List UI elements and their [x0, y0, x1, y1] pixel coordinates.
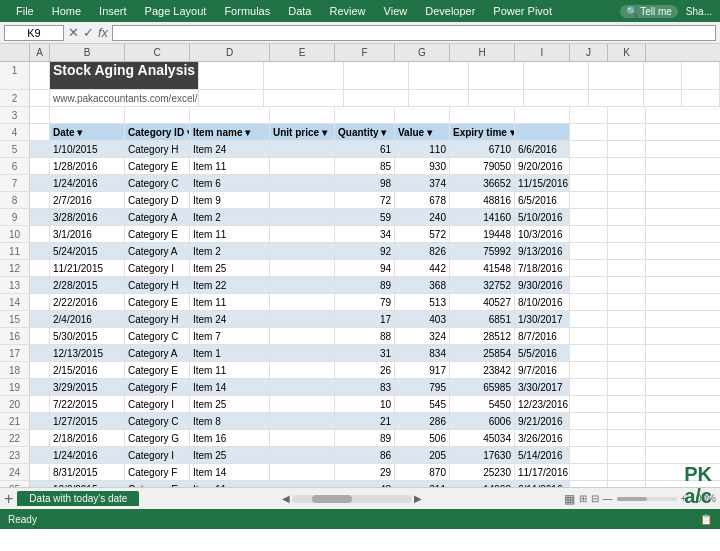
menu-page-layout[interactable]: Page Layout	[137, 3, 215, 19]
cell[interactable]	[589, 90, 644, 106]
cell[interactable]: 513	[395, 294, 450, 310]
cell[interactable]: 5/5/2016	[515, 345, 570, 361]
cell[interactable]: 83	[335, 379, 395, 395]
cell[interactable]: 23842	[450, 362, 515, 378]
cell[interactable]: 506	[395, 430, 450, 446]
cell[interactable]: Item 2	[190, 209, 270, 225]
cell[interactable]	[570, 413, 608, 429]
cell[interactable]: 9/30/2016	[515, 277, 570, 293]
cell[interactable]	[570, 124, 608, 140]
cell[interactable]: 834	[395, 345, 450, 361]
cell[interactable]	[608, 141, 646, 157]
cell[interactable]	[30, 62, 50, 89]
cell[interactable]	[199, 62, 264, 89]
cell[interactable]: 1/30/2017	[515, 311, 570, 327]
cell[interactable]	[30, 379, 50, 395]
cell[interactable]: 240	[395, 209, 450, 225]
cell[interactable]	[682, 90, 720, 106]
cell[interactable]	[608, 209, 646, 225]
cell[interactable]: 826	[395, 243, 450, 259]
menu-insert[interactable]: Insert	[91, 3, 135, 19]
cell[interactable]: 21	[335, 413, 395, 429]
cell[interactable]: 1/10/2015	[50, 141, 125, 157]
cell[interactable]: 14928	[450, 481, 515, 487]
cell[interactable]: 65985	[450, 379, 515, 395]
cell[interactable]	[608, 396, 646, 412]
cell[interactable]	[30, 413, 50, 429]
cell[interactable]	[515, 107, 570, 123]
cell[interactable]	[570, 294, 608, 310]
cell[interactable]: Item 25	[190, 260, 270, 276]
cell[interactable]: Item 11	[190, 294, 270, 310]
cell[interactable]	[30, 328, 50, 344]
cell[interactable]	[450, 107, 515, 123]
cell[interactable]: 545	[395, 396, 450, 412]
cell[interactable]: 5450	[450, 396, 515, 412]
cell[interactable]	[409, 90, 469, 106]
cell[interactable]	[570, 379, 608, 395]
cell[interactable]	[344, 90, 409, 106]
cell[interactable]	[30, 430, 50, 446]
cell[interactable]: Item 1	[190, 345, 270, 361]
cell[interactable]: Item 11	[190, 226, 270, 242]
cell[interactable]: 6/11/2016	[515, 481, 570, 487]
cell[interactable]: 26	[335, 362, 395, 378]
cell[interactable]	[30, 124, 50, 140]
cell[interactable]: Item 24	[190, 311, 270, 327]
cell[interactable]: Category C	[125, 175, 190, 191]
cell[interactable]: Item 7	[190, 328, 270, 344]
cell[interactable]: www.pakaccountants.com/excel/	[50, 90, 199, 106]
cell[interactable]	[190, 107, 270, 123]
cell[interactable]: Category F	[125, 464, 190, 480]
cell[interactable]	[608, 124, 646, 140]
cell[interactable]	[608, 345, 646, 361]
cell[interactable]: 5/24/2015	[50, 243, 125, 259]
cell[interactable]: 930	[395, 158, 450, 174]
cell[interactable]	[30, 447, 50, 463]
cell[interactable]: 36652	[450, 175, 515, 191]
cell[interactable]	[570, 107, 608, 123]
cell[interactable]	[30, 362, 50, 378]
cell[interactable]	[608, 464, 646, 480]
normal-view-icon[interactable]: ▦	[564, 492, 575, 506]
cell[interactable]	[335, 107, 395, 123]
cell[interactable]	[270, 209, 335, 225]
cell[interactable]: Item 11	[190, 362, 270, 378]
cell[interactable]: 40527	[450, 294, 515, 310]
cell[interactable]	[608, 413, 646, 429]
cell[interactable]: 7/22/2015	[50, 396, 125, 412]
menu-view[interactable]: View	[376, 3, 416, 19]
cell[interactable]: 85	[335, 158, 395, 174]
cell[interactable]: Category E	[125, 226, 190, 242]
cell[interactable]: Category H	[125, 311, 190, 327]
cell[interactable]	[469, 62, 524, 89]
cell[interactable]	[524, 90, 589, 106]
cell[interactable]: 205	[395, 447, 450, 463]
cell[interactable]	[570, 345, 608, 361]
cell[interactable]	[270, 158, 335, 174]
cell[interactable]	[270, 481, 335, 487]
cell[interactable]	[50, 107, 125, 123]
cell[interactable]	[30, 464, 50, 480]
cell[interactable]: Expiry time ▾	[450, 124, 515, 140]
cell[interactable]: Item 25	[190, 447, 270, 463]
cell[interactable]	[570, 158, 608, 174]
confirm-icon[interactable]: ✓	[83, 25, 94, 40]
cell-reference-box[interactable]	[4, 25, 64, 41]
cell[interactable]	[515, 124, 570, 140]
cell[interactable]	[264, 62, 344, 89]
cell[interactable]: 3/29/2015	[50, 379, 125, 395]
cell[interactable]: 61	[335, 141, 395, 157]
cell[interactable]	[270, 175, 335, 191]
cell[interactable]: 86	[335, 447, 395, 463]
cell[interactable]	[270, 192, 335, 208]
cell[interactable]: 48816	[450, 192, 515, 208]
cell[interactable]	[570, 430, 608, 446]
cell[interactable]: 19448	[450, 226, 515, 242]
cell[interactable]: Category C	[125, 413, 190, 429]
cell[interactable]: 2/28/2015	[50, 277, 125, 293]
cell[interactable]: Category H	[125, 277, 190, 293]
cell[interactable]: 11/15/2016	[515, 175, 570, 191]
cell[interactable]	[270, 328, 335, 344]
cell[interactable]: 1/24/2016	[50, 175, 125, 191]
